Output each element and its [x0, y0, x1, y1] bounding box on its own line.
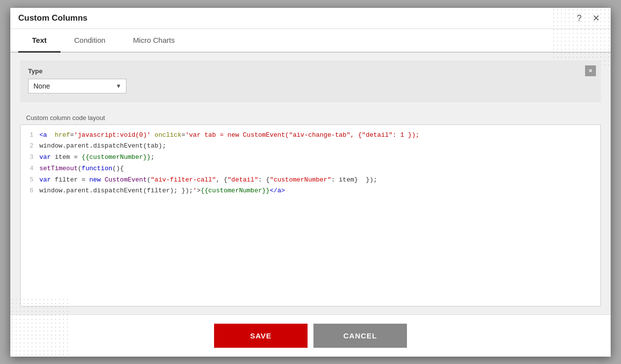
dialog-titlebar: Custom Columns ? ✕ [10, 8, 611, 29]
dialog-title: Custom Columns [18, 13, 88, 23]
line-content-5: var filter = new CustomEvent("aiv-filter… [39, 175, 600, 185]
line-num-2: 2 [21, 141, 39, 152]
line-num-1: 1 [21, 130, 39, 141]
tab-text[interactable]: Text [18, 29, 61, 53]
type-select-wrapper: None ▼ [28, 79, 126, 93]
type-close-button[interactable]: × [585, 65, 596, 76]
help-button[interactable]: ? [574, 13, 585, 24]
code-line-6: 6 window.parent.dispatchEvent(filter); }… [21, 185, 600, 197]
code-line-5: 5 var filter = new CustomEvent("aiv-filt… [21, 175, 600, 186]
line-content-6: window.parent.dispatchEvent(filter); });… [39, 186, 600, 196]
cancel-button[interactable]: CANCEL [313, 324, 407, 348]
code-section-label: Custom column code layout [20, 110, 601, 124]
dialog-body: Type None ▼ × Custom column code layout … [10, 53, 611, 314]
line-content-4: setTimeout(function(){ [39, 164, 600, 174]
line-num-5: 5 [21, 175, 39, 185]
code-line-2: 2 window.parent.dispatchEvent(tab); [21, 141, 600, 152]
close-dialog-button[interactable]: ✕ [590, 13, 603, 24]
tabs-bar: Text Condition Micro Charts [10, 29, 611, 53]
type-label: Type [28, 67, 593, 75]
titlebar-actions: ? ✕ [574, 13, 603, 24]
code-line-1: 1 <a href='javascript:void(0)' onclick='… [21, 130, 600, 141]
dialog-footer: SAVE CANCEL [10, 314, 611, 357]
tab-condition[interactable]: Condition [61, 29, 119, 53]
line-content-2: window.parent.dispatchEvent(tab); [39, 141, 600, 152]
code-line-4: 4 setTimeout(function(){ [21, 163, 600, 175]
type-select[interactable]: None [28, 79, 126, 93]
type-section: Type None ▼ × [20, 61, 601, 102]
line-content-1: <a href='javascript:void(0)' onclick='va… [39, 130, 600, 141]
line-num-3: 3 [21, 152, 39, 163]
custom-columns-dialog: Custom Columns ? ✕ Text Condition Micro … [10, 8, 611, 357]
line-content-3: var item = {{customerNumber}}; [39, 152, 600, 163]
type-row: None ▼ [28, 79, 593, 93]
line-num-4: 4 [21, 164, 39, 174]
code-line-3: 3 var item = {{customerNumber}}; [21, 152, 600, 163]
tab-micro-charts[interactable]: Micro Charts [119, 29, 188, 53]
line-num-6: 6 [21, 186, 39, 196]
save-button[interactable]: SAVE [214, 324, 308, 348]
code-editor[interactable]: 1 <a href='javascript:void(0)' onclick='… [20, 124, 601, 306]
code-section: Custom column code layout 1 <a href='jav… [20, 110, 601, 306]
